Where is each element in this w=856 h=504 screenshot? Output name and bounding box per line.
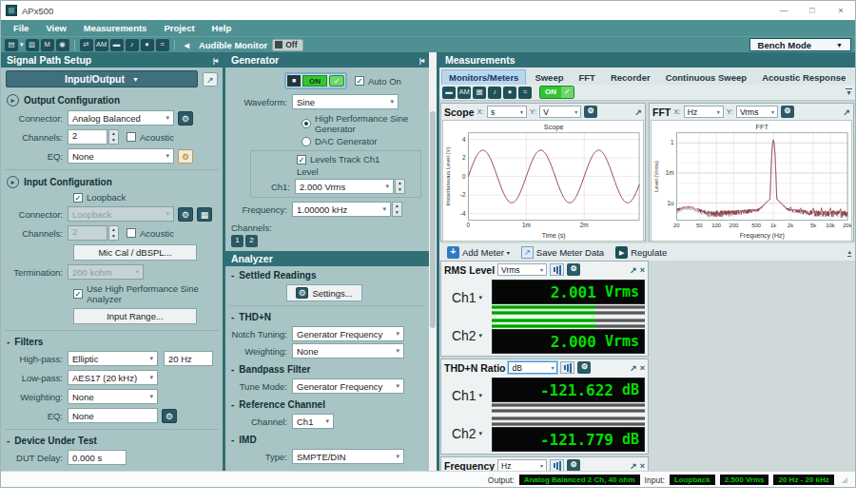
thdn-unit-select[interactable]: dB ▾ — [508, 361, 557, 374]
dock-meters-icon[interactable]: ▴ — [847, 248, 851, 257]
input-connector-list-icon[interactable]: ▦ — [197, 207, 212, 222]
clock-icon[interactable]: ● — [503, 87, 516, 99]
output-connector-settings-icon[interactable]: ⚙ — [178, 111, 193, 126]
mic-cal-button[interactable]: Mic Cal / dBSPL... — [73, 244, 197, 261]
thdn-close-icon[interactable]: × — [640, 363, 645, 373]
input-acoustic-checkbox[interactable] — [126, 228, 136, 238]
tab-acoustic-response[interactable]: Acoustic Response — [755, 70, 852, 85]
frequency-close-icon[interactable]: × — [640, 461, 645, 471]
low-pass-select[interactable]: AES17 (20 kHz) ▾ — [68, 370, 158, 385]
dut-delay-input[interactable] — [68, 450, 126, 465]
filters-eq-field[interactable]: None — [68, 408, 158, 423]
autohide-pin-icon[interactable]: |◂ — [419, 56, 423, 65]
analyzer-weighting-select[interactable]: None ▾ — [292, 343, 404, 359]
tab-fft[interactable]: FFT — [572, 70, 601, 85]
gen-frequency-stepper[interactable]: ▴▾ — [392, 202, 402, 217]
frequency-settings-icon[interactable]: ⚙ — [567, 459, 580, 471]
strip-view-icon[interactable]: ▬ — [110, 39, 124, 51]
save-meter-data-button[interactable]: ↗ Save Meter Data — [517, 246, 608, 259]
frequency-popout-icon[interactable]: ↗ — [630, 461, 637, 471]
popout-icon[interactable]: ↗ — [203, 72, 218, 87]
collapse-panels-icon[interactable]: ▼ — [846, 88, 852, 97]
resize-grip[interactable]: ◢ — [842, 475, 847, 484]
note-icon[interactable]: ♪ — [488, 87, 501, 99]
thdn-ch1-selector[interactable]: Ch1 ▾ — [444, 378, 490, 414]
clock-icon[interactable]: ● — [141, 39, 154, 51]
vertical-scrollbar[interactable] — [429, 52, 437, 471]
fft-x-unit-select[interactable]: Hz ▾ — [684, 106, 724, 118]
settled-settings-button[interactable]: ⚙ Settings... — [286, 284, 362, 301]
generator-on-toggle[interactable]: ■ ON ✓ — [284, 72, 347, 89]
scope-settings-icon[interactable]: ⚙ — [584, 106, 597, 118]
audio-note-icon[interactable]: ♪ — [126, 39, 139, 51]
fft-y-unit-select[interactable]: Vrms ▾ — [736, 106, 778, 118]
waveform-icon[interactable]: ≈ — [518, 87, 532, 99]
output-acoustic-checkbox[interactable] — [126, 132, 136, 142]
analog-meter-icon[interactable]: AM — [457, 87, 471, 99]
input-connector-settings-icon[interactable]: ⚙ — [178, 207, 193, 222]
collapse-icon[interactable]: - — [231, 270, 234, 281]
menu-file[interactable]: File — [5, 23, 37, 33]
audible-monitor-off-toggle[interactable]: Off — [272, 39, 302, 51]
collapse-icon[interactable]: - — [231, 399, 234, 410]
scope-popout-icon[interactable]: ↗ — [634, 107, 642, 117]
maximize-button[interactable]: □ — [798, 1, 827, 20]
autohide-pin-icon[interactable]: |◂ — [213, 56, 217, 65]
menu-measurements[interactable]: Measurements — [75, 23, 156, 33]
gen-channel-1-button[interactable]: 1 — [231, 235, 243, 247]
bar-meter-icon[interactable] — [550, 263, 564, 276]
weighting-select[interactable]: None ▾ — [68, 389, 158, 404]
fft-popout-icon[interactable]: ↗ — [843, 107, 850, 117]
tab-sweep[interactable]: Sweep — [528, 70, 570, 85]
fft-settings-icon[interactable]: ⚙ — [781, 106, 794, 118]
bench-mode-selector[interactable]: Bench Mode ▼ — [749, 38, 851, 51]
auto-on-checkbox[interactable]: ✓ — [355, 76, 364, 86]
tab-monitors-meters[interactable]: Monitors/Meters — [441, 69, 526, 85]
frequency-unit-select[interactable]: Hz ▾ — [497, 459, 547, 471]
signal-swap-icon[interactable]: ⇄ — [80, 39, 93, 51]
layout-icon[interactable]: ▬ — [442, 87, 456, 99]
waveform-icon[interactable]: ≈ — [156, 39, 169, 51]
rms-ch2-selector[interactable]: Ch2 ▾ — [444, 318, 490, 354]
input-channels-stepper[interactable]: ▴▾ — [108, 225, 119, 241]
minimize-button[interactable]: — — [769, 1, 798, 20]
menu-project[interactable]: Project — [155, 23, 203, 33]
project-monitor-icon[interactable]: M — [41, 39, 54, 51]
tab-recorder[interactable]: Recorder — [604, 70, 657, 85]
gen-frequency-select[interactable]: 1.00000 kHz ▾ — [292, 202, 391, 217]
close-button[interactable]: × — [827, 1, 855, 20]
loopback-checkbox[interactable]: ✓ — [73, 193, 83, 203]
gen-channel-2-button[interactable]: 2 — [245, 235, 258, 247]
rms-close-icon[interactable]: × — [640, 265, 645, 275]
output-connector-select[interactable]: Analog Balanced ▾ — [68, 110, 174, 126]
add-meter-button[interactable]: + Add Meter ▾ — [443, 246, 514, 259]
tune-mode-select[interactable]: Generator Frequency ▾ — [292, 378, 404, 394]
collapse-icon[interactable]: - — [231, 312, 234, 322]
bar-view-icon[interactable]: ▦ — [473, 87, 486, 99]
levels-track-checkbox[interactable]: ✓ — [297, 155, 306, 165]
input-range-button[interactable]: Input Range... — [73, 308, 197, 324]
dac-generator-radio[interactable] — [302, 137, 311, 146]
high-pass-select[interactable]: Elliptic ▾ — [68, 351, 158, 366]
bar-meter-icon[interactable] — [550, 459, 564, 471]
tab-continuous-sweep[interactable]: Continuous Sweep — [659, 70, 754, 85]
thdn-settings-icon[interactable]: ⚙ — [577, 361, 591, 374]
rms-popout-icon[interactable]: ↗ — [630, 265, 637, 275]
hp-sine-analyzer-checkbox[interactable]: ✓ — [73, 289, 83, 299]
analog-meter-icon[interactable]: AM — [95, 39, 108, 51]
hp-sine-generator-radio[interactable] — [302, 119, 311, 128]
regulate-button[interactable]: ▶ Regulate — [612, 246, 671, 259]
notch-tuning-select[interactable]: Generator Frequency ▾ — [292, 326, 404, 341]
measurement-on-toggle[interactable]: ON ✓ — [539, 86, 574, 99]
gen-ch1-level-stepper[interactable]: ▴▾ — [395, 179, 405, 194]
filters-eq-settings-icon[interactable]: ⚙ — [162, 409, 177, 423]
collapse-icon[interactable]: - — [231, 435, 234, 445]
output-eq-settings-icon[interactable]: ⚙ — [178, 149, 193, 164]
new-project-dropdown-icon[interactable]: ▾ — [20, 41, 24, 48]
thdn-ch2-selector[interactable]: Ch2 ▾ — [444, 416, 490, 452]
io-mode-selector[interactable]: Input/Output ▼ — [6, 70, 198, 87]
menu-view[interactable]: View — [37, 23, 74, 33]
record-icon[interactable]: ◉ — [56, 39, 69, 51]
collapse-icon[interactable]: - — [7, 337, 10, 347]
collapse-icon[interactable]: - — [7, 436, 10, 446]
